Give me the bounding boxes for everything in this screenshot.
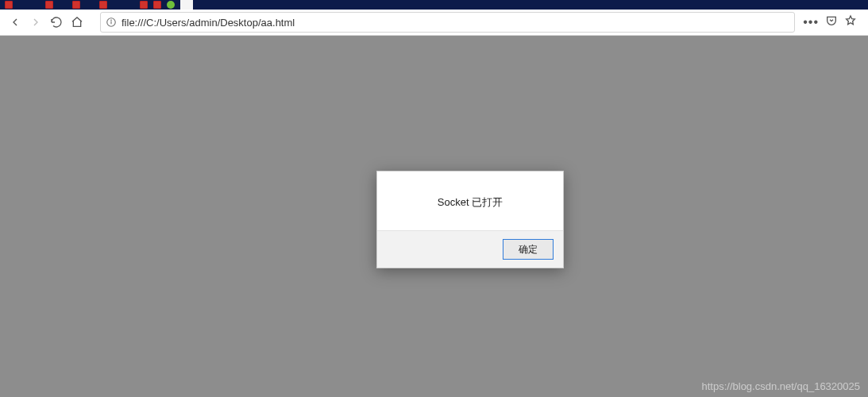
alert-message: Socket 已打开: [377, 172, 563, 230]
alert-dialog: Socket 已打开 确定: [376, 171, 564, 268]
tab-favicon-icon: [59, 1, 67, 9]
tab[interactable]: [153, 1, 164, 9]
tab[interactable]: [59, 1, 69, 9]
tab[interactable]: [5, 1, 15, 9]
reload-button[interactable]: [46, 12, 67, 33]
watermark: https://blog.csdn.net/qq_16320025: [702, 380, 861, 392]
alert-footer: 确定: [377, 230, 563, 268]
tab[interactable]: [18, 1, 29, 9]
svg-point-2: [111, 20, 112, 21]
tab[interactable]: [99, 1, 110, 9]
bookmark-star-icon[interactable]: [844, 14, 857, 30]
tab[interactable]: [86, 1, 96, 9]
tab-favicon-icon: [45, 1, 53, 9]
tab-favicon-icon: [153, 1, 161, 9]
tab[interactable]: [140, 1, 150, 9]
url-bar[interactable]: file:///C:/Users/admin/Desktop/aa.html: [100, 12, 795, 33]
tab-active[interactable]: [180, 0, 193, 10]
tab-favicon-icon: [99, 1, 107, 9]
tab-favicon-icon: [140, 1, 148, 9]
url-text: file:///C:/Users/admin/Desktop/aa.html: [122, 17, 295, 29]
confirm-button[interactable]: 确定: [503, 239, 554, 260]
tab[interactable]: [45, 1, 56, 9]
back-button[interactable]: [5, 12, 25, 33]
tab-favicon-icon: [167, 1, 175, 9]
tab-favicon-icon: [113, 1, 121, 9]
tab-favicon-icon: [126, 1, 134, 9]
tab-favicon-icon: [18, 1, 26, 9]
tab[interactable]: [72, 1, 83, 9]
toolbar-right: •••: [803, 14, 863, 30]
browser-toolbar: file:///C:/Users/admin/Desktop/aa.html •…: [0, 10, 868, 36]
tab-favicon-icon: [72, 1, 80, 9]
info-icon: [106, 17, 117, 28]
tab[interactable]: [32, 1, 42, 9]
tab-favicon-icon: [5, 1, 13, 9]
forward-button[interactable]: [25, 12, 46, 33]
tab[interactable]: [126, 1, 137, 9]
tab-favicon-icon: [32, 1, 40, 9]
tab-strip: [0, 0, 868, 10]
tab-favicon-icon: [86, 1, 94, 9]
tab[interactable]: [167, 1, 177, 9]
tab[interactable]: [113, 1, 123, 9]
pocket-icon[interactable]: [825, 14, 838, 30]
page-actions-icon[interactable]: •••: [803, 15, 819, 29]
home-button[interactable]: [67, 12, 87, 33]
